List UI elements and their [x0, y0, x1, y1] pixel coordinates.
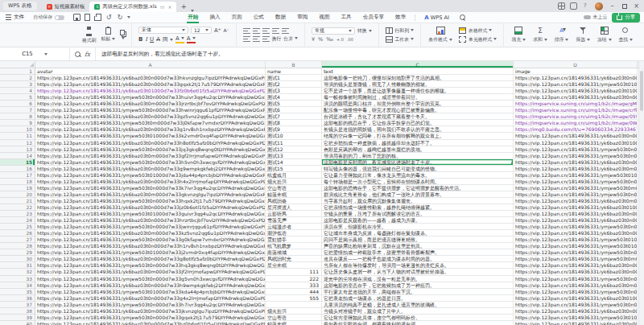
cell-C36[interactable]: 它把衰老拍成一场谋杀，凶器是日历。: [322, 295, 514, 302]
insert-function-icon[interactable]: fx: [85, 51, 90, 58]
row-header-40[interactable]: 40: [0, 321, 35, 325]
select-all-corner[interactable]: [0, 61, 35, 68]
menu-item-视图[interactable]: 视图: [313, 12, 335, 23]
cell-D10[interactable]: https://img0.baidu.com/it/u=769060334,22…: [514, 126, 638, 133]
cell-C10[interactable]: 长镜头是道德的照妖镜，照出我们不敢承认的平庸之恶。: [322, 126, 514, 133]
row-header-25[interactable]: 25: [0, 224, 35, 230]
decrease-decimal-button[interactable]: .00: [347, 37, 353, 42]
cell-B38[interactable]: 烟火拾贝: [266, 308, 322, 315]
cell-B22[interactable]: 星河摆渡人: [266, 204, 322, 211]
formula-content[interactable]: 这部电影是反时间的，看完感觉比进场时老了十岁。: [96, 51, 224, 58]
cell-A24[interactable]: https://vip.123pan.cn/1814936331/yk6baz0…: [35, 217, 266, 224]
font-grow-icon[interactable]: A⁺: [214, 27, 221, 34]
cell-B26[interactable]: 潮汐低语: [266, 230, 322, 237]
user-avatar[interactable]: [595, 2, 603, 10]
cell-C11[interactable]: 结尾的空白像一记闷拳，打在所有期待解释的观众胃上。: [322, 133, 514, 139]
cell-B31[interactable]: 星尘未眠: [266, 262, 322, 269]
row-header-21[interactable]: 21: [0, 198, 35, 204]
indent-decrease-icon[interactable]: [272, 28, 279, 34]
cell-A39[interactable]: https://vip.123pan.cn/1814936331/ymjew50…: [35, 315, 266, 321]
font-name-select[interactable]: 宋体: [138, 27, 188, 34]
cell-B23[interactable]: 云影听风: [266, 211, 322, 217]
cell-style-button[interactable]: 单元格样式: [459, 36, 497, 43]
cell-D33[interactable]: https://vip.123pan.cn/1814936331/ymjew50…: [514, 276, 638, 282]
row-header-32[interactable]: 32: [0, 269, 35, 275]
big-button-筛选[interactable]: 筛选: [576, 27, 590, 43]
format-painter-button[interactable]: 格式刷: [82, 27, 96, 44]
cell-D12[interactable]: https://vip.123pan.cn/1814936331/yk6baz0…: [514, 140, 638, 146]
cell-C3[interactable]: 导演的镜头是显微镜，照见了人性最幽微的褶皱。: [322, 81, 514, 88]
help-icon[interactable]: [582, 2, 589, 10]
close-button[interactable]: ×: [630, 0, 642, 12]
strikethrough-button[interactable]: A: [156, 36, 160, 43]
row-header-33[interactable]: 33: [0, 276, 35, 282]
copy-button[interactable]: [120, 30, 125, 41]
big-button-冻结[interactable]: 冻结: [597, 27, 612, 43]
cell-B34[interactable]: 333: [266, 282, 322, 289]
cell-C38[interactable]: 当镜头对准镜子时，观众成了片中人。: [322, 308, 514, 315]
cell-D20[interactable]: https://vip.123pan.cn/1814936331/ymjew50…: [514, 191, 638, 198]
cell-A7[interactable]: https://vip.123pan.cn/1814936331/ymjew50…: [35, 107, 266, 113]
scrollbar-thumb[interactable]: [640, 71, 643, 111]
cell-D27[interactable]: https://vip.123pan.cn/1814936331/ymjew50…: [514, 237, 638, 243]
app-home-button[interactable]: WPS 表格: [3, 2, 37, 10]
print-icon[interactable]: [94, 16, 101, 21]
cell-B3[interactable]: 测试2: [266, 81, 322, 88]
restore-button[interactable]: [618, 0, 630, 12]
cell-A10[interactable]: https://vip.123pan.cn/1814936331/yk6baz0…: [35, 126, 266, 133]
cell-B29[interactable]: 雨落倾城: [266, 249, 322, 256]
menu-item-页面[interactable]: 页面: [226, 12, 248, 23]
row-header-6[interactable]: 6: [0, 101, 35, 107]
cell-A11[interactable]: https://vip.123pan.cn/1814936331/ymjew50…: [35, 133, 266, 139]
row-header-37[interactable]: 37: [0, 302, 35, 308]
cell-C40[interactable]: 每句看似安慰的台词，都藏着锋利的潜台词。: [322, 321, 514, 325]
row-header-14[interactable]: 14: [0, 153, 35, 159]
italic-button[interactable]: I: [145, 36, 147, 43]
cell-C37[interactable]: 儿童演员的纯真不是糖，是扎进成人谎言里的玻璃碴。: [322, 302, 514, 308]
cell-D21[interactable]: https://vip.123pan.cn/1814936331/yk6baz0…: [514, 198, 638, 204]
row-header-38[interactable]: 38: [0, 308, 35, 315]
row-header-17[interactable]: 17: [0, 172, 35, 179]
cell-C19[interactable]: 这部电影的恐怖在于，它不提供噩梦，它证明噩梦是醒着的生活。: [322, 185, 514, 191]
align-top-icon[interactable]: [243, 28, 250, 34]
align-middle-icon[interactable]: [253, 28, 260, 34]
cell-C4[interactable]: 它不是讲一个故事，而是让故事像藤蔓一样缠住你的喉咙。: [322, 88, 514, 94]
cell-B10[interactable]: 测试9: [266, 126, 322, 133]
cell-D8[interactable]: https://imgservice.suning.cn/uimg1/b2c/i…: [514, 113, 638, 120]
number-format-select[interactable]: 常规: [312, 27, 355, 35]
cell-A3[interactable]: https://vip.123pan.cn/1814936331/yk6baz0…: [35, 81, 266, 88]
cell-C20[interactable]: 群演戏比主角更致命，他们构成了一张吃人的背景幕布。: [322, 191, 514, 198]
cell-B6[interactable]: 测试5: [266, 101, 322, 107]
big-button-填充[interactable]: 填充: [512, 27, 526, 43]
vertical-scrollbar[interactable]: [638, 61, 644, 325]
row-header-28[interactable]: 28: [0, 243, 35, 249]
cell-A9[interactable]: https://vip.123pan.cn/1814936331/ymjew50…: [35, 120, 266, 126]
cell-A25[interactable]: https://vip.123pan.cn/1814936331/ymjew50…: [35, 224, 266, 230]
cell-B21[interactable]: 风眠旧巷: [266, 198, 322, 204]
save-icon[interactable]: [73, 14, 80, 21]
row-header-19[interactable]: 19: [0, 185, 35, 191]
cell-A18[interactable]: https://vip.123pan.cn/1814936331/yk6baz0…: [35, 179, 266, 185]
file-menu-button[interactable]: 文件: [0, 14, 30, 21]
cell-D40[interactable]: https://vip.123pan.cn/1814936331/yk6baz0…: [514, 321, 638, 325]
cell-B20[interactable]: 鲸落未眠: [266, 191, 322, 198]
cell-A22[interactable]: https://vip.123pan.cn/1814936331/yk6baz0…: [35, 204, 266, 211]
cell-C39[interactable]: 它让贫穷变得如此具体，连空气都明码标价。: [322, 315, 514, 321]
cell-A1[interactable]: avatar: [35, 68, 266, 75]
cell-B1[interactable]: name: [266, 68, 322, 75]
cell-A2[interactable]: https://vip.123pan.cn/1814936331/yk6baz0…: [35, 75, 266, 81]
row-header-18[interactable]: 18: [0, 179, 35, 185]
cell-D32[interactable]: https://vip.123pan.cn/1814936331/yk6baz0…: [514, 269, 638, 275]
percent-format-button[interactable]: %: [318, 36, 323, 43]
row-header-9[interactable]: 9: [0, 120, 35, 126]
underline-button[interactable]: U: [150, 36, 154, 43]
row-header-35[interactable]: 35: [0, 289, 35, 295]
cell-A14[interactable]: https://vip.123pan.cn/1814936331/yk6baz0…: [35, 153, 266, 159]
increase-decimal-button[interactable]: +.0: [336, 37, 344, 42]
cell-A29[interactable]: https://vip.123pan.cn/1814936331/ymjew50…: [35, 249, 266, 256]
cell-D30[interactable]: https://vip.123pan.cn/1814936331/ymjew50…: [514, 256, 638, 262]
cell-C25[interactable]: 演员在笑，但摄影机在冷笑。: [322, 224, 514, 230]
cell-C30[interactable]: 道具在谋反——一把椅子也能成为谋杀时间的凶器。: [322, 256, 514, 262]
cell-D15[interactable]: https://vip.123pan.cn/1814936331/yk6baz0…: [514, 159, 638, 166]
cell-D34[interactable]: https://vip.123pan.cn/1814936331/yk6baz0…: [514, 282, 638, 289]
